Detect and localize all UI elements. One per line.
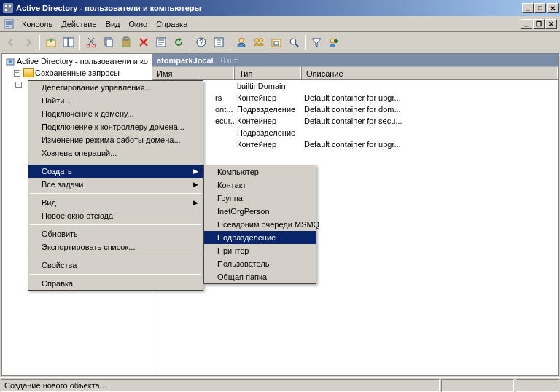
- new-group-button[interactable]: [251, 34, 267, 50]
- menu-action[interactable]: Действие: [57, 18, 101, 30]
- menu-item[interactable]: Создать▶: [28, 165, 203, 178]
- status-panel-3: [516, 379, 559, 392]
- refresh-button[interactable]: [171, 34, 187, 50]
- menu-item[interactable]: Изменение режима работы домена...: [28, 133, 203, 146]
- menu-item[interactable]: Новое окно отсюда: [28, 209, 203, 222]
- menu-item[interactable]: Вид▶: [28, 196, 203, 209]
- mdi-minimize-button[interactable]: _: [521, 19, 532, 29]
- menu-separator: [30, 224, 201, 225]
- menu-window[interactable]: Окно: [125, 18, 152, 30]
- mdi-app-icon: [3, 18, 15, 30]
- submenu-item[interactable]: Принтер: [204, 244, 316, 257]
- menu-help[interactable]: Справка: [152, 18, 192, 30]
- menu-item[interactable]: Справка: [28, 277, 203, 290]
- submenu-item[interactable]: Компьютер: [204, 165, 316, 179]
- tree-item-label: Сохраненные запросы: [35, 68, 120, 77]
- app-icon: [3, 3, 13, 13]
- col-name[interactable]: Имя: [152, 67, 234, 79]
- svg-rect-13: [124, 37, 128, 40]
- export-button[interactable]: [211, 34, 227, 50]
- status-text-panel: Создание нового объекта...: [1, 379, 440, 392]
- address-bar: atompark.local 6 шт.: [152, 54, 558, 67]
- submenu-item[interactable]: Группа: [204, 192, 316, 205]
- context-menu[interactable]: Делегирование управления...Найти...Подкл…: [28, 80, 203, 291]
- svg-rect-2: [9, 5, 11, 7]
- menu-item[interactable]: Все задачи▶: [28, 178, 203, 191]
- svg-text:?: ?: [199, 38, 203, 47]
- svg-point-19: [255, 38, 259, 42]
- paste-button[interactable]: [118, 34, 134, 50]
- toolbar: ?: [0, 32, 560, 52]
- up-button[interactable]: [43, 34, 59, 50]
- filter-button[interactable]: [308, 34, 324, 50]
- menu-item[interactable]: Обновить: [28, 227, 203, 240]
- submenu-arrow-icon: ▶: [193, 181, 198, 188]
- svg-point-23: [290, 39, 296, 44]
- menu-item[interactable]: Найти...: [28, 94, 203, 107]
- col-desc[interactable]: Описание: [301, 67, 558, 79]
- menu-item[interactable]: Хозяева операций...: [28, 146, 203, 160]
- menu-item[interactable]: Экспортировать список...: [28, 240, 203, 254]
- svg-rect-7: [69, 38, 74, 47]
- svg-rect-11: [106, 39, 112, 47]
- window-titlebar: Active Directory - пользователи и компью…: [0, 0, 560, 16]
- add-to-group-button[interactable]: [326, 34, 342, 50]
- col-type[interactable]: Тип: [234, 67, 301, 79]
- help-button[interactable]: ?: [193, 34, 209, 50]
- menu-item[interactable]: Делегирование управления...: [28, 81, 203, 94]
- mdi-restore-button[interactable]: ❐: [533, 19, 545, 29]
- submenu-arrow-icon: ▶: [193, 199, 198, 206]
- submenu-item[interactable]: Общая папка: [204, 270, 316, 283]
- show-hide-tree-button[interactable]: [61, 34, 77, 50]
- tree-item-saved-queries[interactable]: + Сохраненные запросы: [2, 67, 152, 79]
- close-button[interactable]: ✕: [547, 3, 559, 13]
- svg-rect-3: [5, 9, 7, 11]
- svg-rect-22: [274, 42, 279, 45]
- svg-point-26: [9, 60, 12, 63]
- cut-button[interactable]: [83, 34, 99, 50]
- maximize-button[interactable]: □: [534, 3, 546, 13]
- submenu-item[interactable]: Пользователь: [204, 257, 316, 270]
- find-button[interactable]: [286, 34, 302, 50]
- svg-point-18: [239, 38, 244, 42]
- list-row[interactable]: Подразделение: [152, 127, 558, 138]
- expand-icon[interactable]: +: [14, 70, 20, 77]
- menu-separator: [30, 162, 201, 162]
- window-title: Active Directory - пользователи и компью…: [1, 3, 522, 13]
- properties-button[interactable]: [153, 34, 169, 50]
- new-ou-button[interactable]: [268, 34, 284, 50]
- back-button[interactable]: [3, 34, 19, 50]
- list-row[interactable]: ecur...КонтейнерDefault container for se…: [152, 115, 558, 127]
- svg-point-20: [260, 38, 263, 42]
- folder-icon: [23, 68, 34, 77]
- mdi-close-button[interactable]: ✕: [545, 19, 557, 29]
- minimize-button[interactable]: _: [522, 3, 534, 13]
- menu-console[interactable]: Консоль: [18, 18, 57, 30]
- new-user-button[interactable]: [233, 34, 249, 50]
- status-panel-2: [441, 379, 514, 392]
- expand-icon[interactable]: −: [15, 82, 22, 88]
- list-row[interactable]: rsКонтейнерDefault container for upgr...: [152, 92, 558, 103]
- list-row[interactable]: builtinDomain: [152, 80, 558, 92]
- address-path: atompark.local: [157, 56, 214, 65]
- list-header: Имя Тип Описание: [152, 67, 558, 80]
- list-row[interactable]: КонтейнерDefault container for upgr...: [152, 138, 558, 150]
- submenu-item[interactable]: Псевдоним очереди MSMQ: [204, 218, 316, 231]
- copy-button[interactable]: [101, 34, 117, 50]
- submenu-item[interactable]: InetOrgPerson: [204, 205, 316, 218]
- menu-view[interactable]: Вид: [101, 18, 125, 30]
- menubar: Консоль Действие Вид Окно Справка _ ❐ ✕: [0, 16, 560, 32]
- submenu-item[interactable]: Подразделение: [204, 231, 316, 244]
- delete-button[interactable]: [136, 34, 152, 50]
- menu-item[interactable]: Подключение к домену...: [28, 107, 203, 120]
- menu-separator: [30, 256, 201, 256]
- svg-rect-1: [5, 5, 7, 7]
- tree-root[interactable]: Active Directory - пользователи и ко: [2, 55, 152, 67]
- submenu-create[interactable]: КомпьютерКонтактГруппаInetOrgPersonПсевд…: [203, 165, 316, 284]
- forward-button[interactable]: [20, 34, 36, 50]
- submenu-item[interactable]: Контакт: [204, 179, 316, 192]
- svg-rect-0: [4, 4, 12, 12]
- menu-item[interactable]: Свойства: [28, 259, 203, 272]
- menu-item[interactable]: Подключение к контроллеру домена...: [28, 120, 203, 133]
- list-row[interactable]: ont...ПодразделениеDefault container for…: [152, 103, 558, 115]
